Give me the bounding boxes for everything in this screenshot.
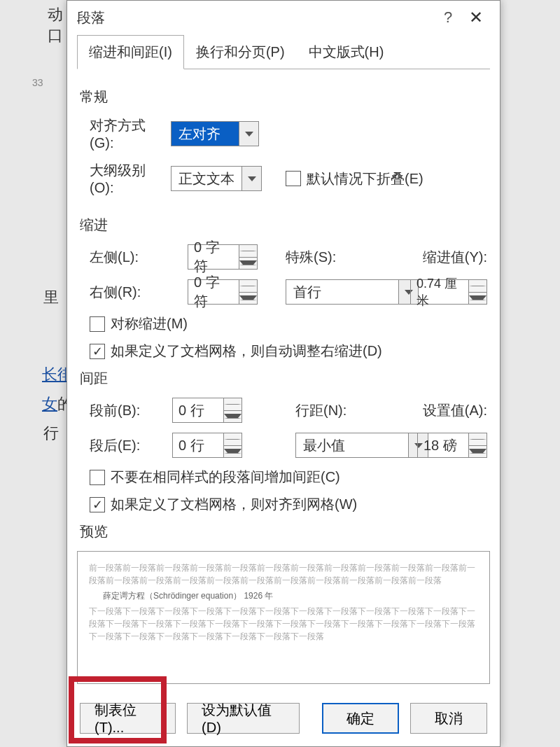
- line-spacing-label: 行距(N):: [295, 401, 379, 420]
- spacing-at-spinner[interactable]: 18 磅: [417, 433, 487, 458]
- spinner-down-icon[interactable]: [469, 293, 486, 305]
- space-before-label: 段前(B):: [90, 401, 167, 420]
- spacing-at-value: 18 磅: [418, 433, 468, 457]
- tab-indent-spacing[interactable]: 缩进和间距(I): [77, 35, 184, 69]
- alignment-value: 左对齐: [172, 122, 239, 146]
- preview-sample-text: 薛定谔方程（Schrödinger equation） 1926 年: [89, 589, 478, 602]
- ruler-number: 33: [32, 77, 43, 88]
- no-same-style-label: 不要在相同样式的段落间增加间距(C): [111, 468, 340, 487]
- collapse-label: 默认情况下折叠(E): [307, 169, 424, 188]
- auto-adjust-checkbox[interactable]: ✓: [90, 344, 105, 359]
- spinner-up-icon[interactable]: [224, 398, 241, 411]
- preview-box: 前一段落前一段落前一段落前一段落前一段落前一段落前一段落前一段落前一段落前一段落…: [77, 551, 490, 684]
- tab-line-page-breaks[interactable]: 换行和分页(P): [184, 35, 297, 69]
- preview-after-text: 下一段落下一段落下一段落下一段落下一段落下一段落下一段落下一段落下一段落下一段落…: [89, 605, 478, 643]
- outline-label: 大纲级别(O):: [80, 161, 164, 196]
- space-after-label: 段后(E):: [90, 436, 167, 455]
- title-bar: 段落 ? ✕: [67, 1, 500, 34]
- mirror-indent-checkbox[interactable]: [90, 316, 105, 332]
- alignment-label: 对齐方式(G):: [80, 116, 164, 151]
- indent-by-spinner[interactable]: 0.74 厘米: [410, 279, 487, 305]
- spinner-down-icon[interactable]: [239, 258, 257, 270]
- section-indent: 缩进: [80, 216, 487, 235]
- mirror-indent-label: 对称缩进(M): [111, 314, 188, 333]
- preview-before-text: 前一段落前一段落前一段落前一段落前一段落前一段落前一段落前一段落前一段落前一段落…: [89, 561, 478, 587]
- indent-left-spinner[interactable]: 0 字符: [188, 244, 258, 270]
- spinner-down-icon[interactable]: [224, 411, 241, 423]
- spinner-down-icon[interactable]: [224, 446, 241, 458]
- bg-text: 动: [48, 4, 63, 25]
- collapse-checkbox[interactable]: [286, 171, 301, 186]
- indent-left-label: 左侧(L):: [90, 248, 181, 267]
- paragraph-dialog: 段落 ? ✕ 缩进和间距(I) 换行和分页(P) 中文版式(H) 常规 对齐方式…: [66, 0, 500, 747]
- cancel-button[interactable]: 取消: [410, 703, 487, 734]
- auto-adjust-label: 如果定义了文档网格，则自动调整右缩进(D): [111, 342, 382, 361]
- spinner-down-icon[interactable]: [469, 446, 486, 458]
- snap-grid-label: 如果定义了文档网格，则对齐到网格(W): [111, 495, 357, 514]
- ok-button[interactable]: 确定: [322, 703, 399, 734]
- bg-text: 里: [43, 287, 59, 308]
- space-after-spinner[interactable]: 0 行: [172, 433, 242, 458]
- indent-by-value: 0.74 厘米: [411, 280, 468, 304]
- indent-right-label: 右侧(R):: [90, 283, 181, 302]
- dialog-footer: 制表位(T)... 设为默认值(D) 确定 取消: [67, 703, 500, 734]
- space-before-spinner[interactable]: 0 行: [172, 398, 242, 423]
- chevron-down-icon[interactable]: [239, 122, 258, 146]
- outline-value: 正文文本: [172, 167, 241, 190]
- snap-grid-checkbox[interactable]: ✓: [90, 497, 105, 512]
- help-button[interactable]: ?: [434, 8, 462, 27]
- section-preview: 预览: [80, 522, 487, 541]
- outline-select[interactable]: 正文文本: [171, 166, 262, 191]
- space-before-value: 0 行: [173, 398, 223, 422]
- bg-text: 行: [43, 423, 59, 444]
- spinner-up-icon[interactable]: [239, 280, 257, 293]
- line-spacing-select[interactable]: 最小值: [295, 433, 428, 458]
- space-after-value: 0 行: [173, 433, 223, 457]
- spinner-down-icon[interactable]: [239, 293, 257, 305]
- indent-left-value: 0 字符: [188, 245, 239, 269]
- indent-by-label: 缩进值(Y):: [405, 248, 487, 267]
- dialog-title: 段落: [77, 8, 105, 27]
- special-select[interactable]: 首行: [286, 279, 419, 305]
- chevron-down-icon[interactable]: [241, 167, 261, 190]
- special-value: 首行: [286, 280, 398, 304]
- tab-strip: 缩进和间距(I) 换行和分页(P) 中文版式(H): [77, 34, 490, 69]
- indent-right-spinner[interactable]: 0 字符: [188, 279, 258, 305]
- spinner-up-icon[interactable]: [469, 433, 486, 446]
- alignment-select[interactable]: 左对齐: [171, 121, 259, 146]
- spinner-up-icon[interactable]: [224, 433, 241, 446]
- line-spacing-value: 最小值: [296, 433, 408, 457]
- tab-asian-typography[interactable]: 中文版式(H): [297, 35, 396, 69]
- set-default-button[interactable]: 设为默认值(D): [187, 703, 300, 734]
- spacing-at-label: 设置值(A):: [385, 401, 487, 420]
- indent-right-value: 0 字符: [188, 280, 239, 304]
- spinner-up-icon[interactable]: [239, 245, 257, 258]
- spinner-up-icon[interactable]: [469, 280, 486, 293]
- special-label: 特殊(S):: [286, 248, 398, 267]
- close-button[interactable]: ✕: [462, 8, 490, 27]
- bg-text: 口: [48, 25, 63, 46]
- section-spacing: 间距: [80, 369, 487, 388]
- section-general: 常规: [80, 88, 487, 106]
- tabs-button[interactable]: 制表位(T)...: [80, 703, 176, 734]
- no-same-style-checkbox[interactable]: [90, 470, 105, 485]
